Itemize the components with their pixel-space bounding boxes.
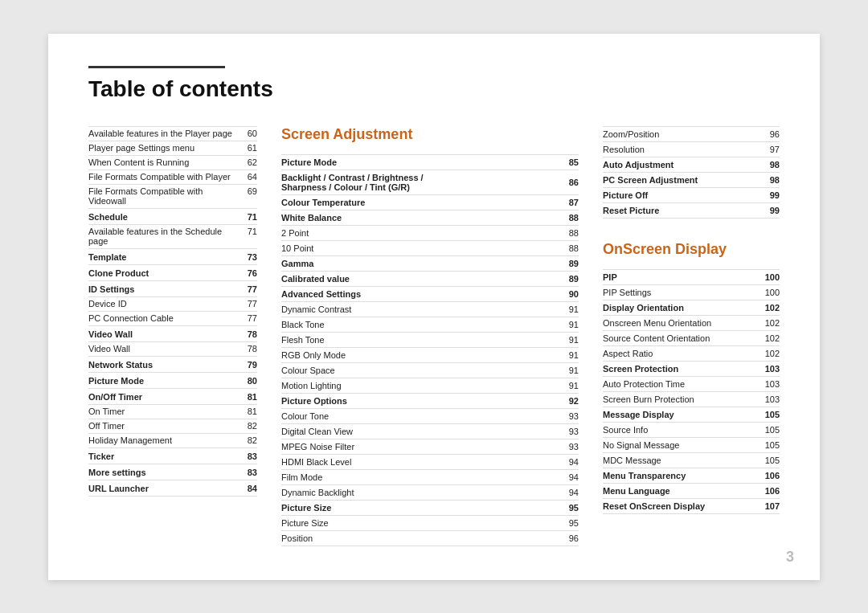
right-num: 103 (762, 379, 780, 389)
toc-label: Picture Mode (88, 376, 144, 386)
right-label: Message Display (603, 410, 674, 419)
toc-row: When Content is Running62 (88, 156, 257, 170)
mid-num: 93 (561, 442, 579, 452)
toc-num: 77 (240, 284, 257, 294)
right-num: 98 (762, 175, 780, 185)
toc-row: On/Off Timer81 (88, 390, 257, 405)
mid-label: Picture Options (281, 396, 347, 406)
mid-num: 88 (561, 213, 579, 223)
mid-label: Colour Space (281, 366, 335, 375)
mid-label: RGB Only Mode (281, 350, 346, 360)
mid-num: 90 (561, 289, 579, 299)
toc-row: Device ID77 (88, 297, 257, 312)
toc-label: Available features in the Player page (88, 129, 232, 138)
right-num: 96 (762, 129, 780, 139)
toc-label: PC Connection Cable (88, 313, 174, 323)
mid-row: Picture Options92 (281, 394, 579, 409)
right-row: Zoom/Position96 (603, 126, 780, 142)
mid-num: 96 (561, 533, 579, 543)
toc-label: Network Status (88, 360, 153, 370)
mid-row: Dynamic Contrast91 (281, 302, 579, 317)
toc-label: Template (88, 252, 126, 262)
right-num: 105 (762, 425, 780, 435)
right-bottom-row: Source Info105 (603, 423, 780, 438)
mid-num: 91 (561, 381, 579, 390)
mid-label: Dynamic Backlight (281, 488, 354, 497)
page-number: 3 (786, 549, 794, 566)
right-label: Reset Picture (603, 206, 659, 215)
toc-row: URL Launcher84 (88, 482, 257, 497)
mid-row: Colour Tone93 (281, 409, 579, 424)
right-bottom-row: MDC Message105 (603, 453, 780, 468)
toc-label: Off Timer (88, 421, 125, 431)
right-label: Aspect Ratio (603, 349, 653, 358)
right-label: PC Screen Adjustment (603, 175, 698, 185)
right-num: 102 (762, 349, 780, 358)
mid-row: MPEG Noise Filter93 (281, 439, 579, 455)
right-label: Auto Adjustment (603, 160, 674, 170)
right-column: Zoom/Position96Resolution97Auto Adjustme… (603, 126, 780, 546)
right-num: 98 (762, 160, 780, 170)
mid-num: 93 (561, 411, 579, 421)
toc-num: 79 (240, 360, 257, 370)
toc-row: Holiday Management82 (88, 434, 257, 448)
mid-label: Flesh Tone (281, 335, 325, 345)
toc-label: Device ID (88, 299, 127, 309)
right-row: PC Screen Adjustment98 (603, 173, 780, 188)
right-bottom-row: PIP100 (603, 269, 780, 285)
mid-row: Colour Temperature87 (281, 195, 579, 210)
right-label: Source Info (603, 425, 648, 435)
right-label: Screen Burn Protection (603, 394, 694, 404)
toc-num: 81 (240, 392, 257, 402)
toc-row: Player page Settings menu61 (88, 141, 257, 156)
right-label: Reset OnScreen Display (603, 501, 705, 511)
toc-label: Clone Product (88, 268, 149, 278)
toc-label: Video Wall (88, 329, 133, 339)
right-num: 103 (762, 364, 780, 374)
mid-label: Film Mode (281, 472, 322, 482)
right-label: Source Content Orientation (603, 333, 710, 343)
mid-row: Black Tone91 (281, 317, 579, 333)
right-row: Auto Adjustment98 (603, 157, 780, 173)
right-label: MDC Message (603, 456, 661, 465)
toc-num: 64 (240, 172, 257, 182)
mid-label: 10 Point (281, 243, 313, 253)
mid-label: Motion Lighting (281, 381, 342, 390)
mid-row: Advanced Settings90 (281, 287, 579, 302)
mid-label: Gamma (281, 259, 313, 268)
right-label: Resolution (603, 145, 645, 154)
mid-num: 93 (561, 427, 579, 436)
right-row: Reset Picture99 (603, 203, 780, 219)
right-bottom-row: No Signal Message105 (603, 438, 780, 453)
right-label: PIP Settings (603, 288, 651, 297)
right-num: 103 (762, 394, 780, 404)
right-num: 100 (762, 288, 780, 297)
mid-label: Picture Mode (281, 157, 337, 167)
mid-row: Flesh Tone91 (281, 333, 579, 348)
right-label: Zoom/Position (603, 129, 659, 139)
right-label: Screen Protection (603, 364, 678, 374)
mid-label: Black Tone (281, 320, 325, 329)
mid-num: 94 (561, 457, 579, 467)
mid-row: White Balance88 (281, 210, 579, 226)
right-num: 105 (762, 410, 780, 419)
mid-label: Dynamic Contrast (281, 304, 351, 314)
toc-num: 77 (240, 299, 257, 309)
toc-num: 83 (240, 468, 257, 477)
right-num: 105 (762, 456, 780, 465)
screen-adjustment-title: Screen Adjustment (281, 126, 579, 143)
right-num: 105 (762, 440, 780, 450)
mid-row: Digital Clean View93 (281, 424, 579, 439)
toc-label: On/Off Timer (88, 392, 142, 402)
mid-row: Gamma89 (281, 256, 579, 272)
mid-row-multiline: Backlight / Contrast / Brightness /Sharp… (281, 170, 579, 195)
right-num: 99 (762, 190, 780, 200)
right-num: 106 (762, 471, 780, 480)
mid-label: HDMI Black Level (281, 457, 351, 467)
mid-column: Screen Adjustment Picture Mode85Backligh… (257, 126, 603, 546)
mid-label: Colour Tone (281, 411, 329, 421)
mid-row: Picture Mode85 (281, 154, 579, 170)
right-num: 106 (762, 486, 780, 496)
toc-label: Schedule (88, 212, 128, 222)
toc-num: 81 (240, 407, 257, 416)
